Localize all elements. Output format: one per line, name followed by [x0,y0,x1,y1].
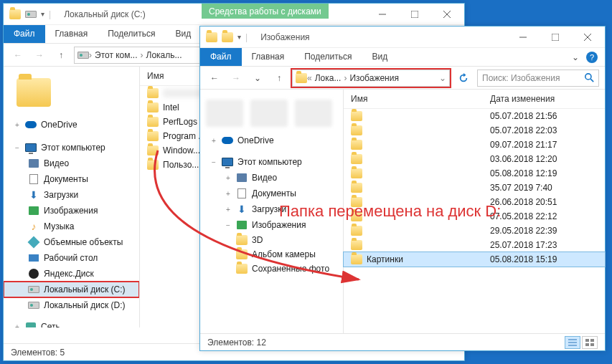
titlebar[interactable]: ▾ | Изобажения [200,27,605,48]
sidebar-item-3d-objects[interactable]: Объемные объекты [4,234,139,250]
maximize-button[interactable] [398,4,430,25]
address-bar[interactable]: « Лока... › Изобажения ⌄ [292,70,450,87]
recent-locations-button[interactable]: ⌄ [249,70,266,87]
list-item[interactable]: 07.05.2018 22:12 [344,209,605,224]
titlebar[interactable]: ▾ | Локальный диск (C:) Средства работы … [4,4,464,25]
sidebar-item-this-pc[interactable]: −Этот компьютер [4,140,139,155]
music-icon: ♪ [28,221,39,232]
tab-view[interactable]: Вид [362,48,397,66]
context-tab[interactable]: Средства работы с дисками [202,4,329,19]
list-item[interactable]: 03.06.2018 12:20 [344,152,605,166]
folder-icon [236,249,248,259]
ribbon-expand-icon[interactable]: ⌄ [572,52,579,62]
sidebar-item-pictures[interactable]: Изображения [4,203,139,219]
sidebar-label: Рабочий стол [44,253,98,263]
sidebar-item-saved-pictures[interactable]: Сохраненные фото [200,262,343,276]
item-date: 05.07.2018 21:56 [490,111,598,121]
minimize-button[interactable] [366,4,398,25]
sidebar-item-onedrive[interactable]: +OneDrive [200,133,343,148]
refresh-icon[interactable] [458,73,469,83]
breadcrumb[interactable]: Локаль... [143,50,185,60]
sidebar-item-downloads[interactable]: ⬇Загрузки [4,187,139,203]
sidebar-label: Документы [44,174,88,184]
sidebar-label: Видео [252,173,277,183]
list-item[interactable]: 35.07 2019 7:40 [344,181,605,195]
sidebar-item-this-pc[interactable]: −Этот компьютер [200,154,343,170]
address-dropdown-icon[interactable]: ⌄ [439,73,446,83]
window-title: Изобажения [260,32,309,42]
sidebar-item-onedrive[interactable]: +OneDrive [4,117,139,133]
back-button[interactable]: ← [206,70,223,87]
sidebar-item-pictures[interactable]: −Изображения [200,217,343,233]
tab-file[interactable]: Файл [4,25,45,43]
search-input[interactable]: Поиск: Изобажения [477,70,599,87]
list-item[interactable]: 09.07.2018 21:17 [344,138,605,152]
sidebar-label: Этот компьютер [41,143,105,153]
sidebar-item-drive-d[interactable]: Локальный диск (D:) [4,297,139,313]
tab-home[interactable]: Главная [242,48,295,66]
list-item[interactable]: 26.06.2018 20:51 [344,195,605,209]
breadcrumb[interactable]: Этот ком... [92,50,141,60]
item-date: 05.08.2018 12:19 [490,168,598,178]
download-icon: ⬇ [28,189,39,201]
quick-access-thumb[interactable] [295,100,332,127]
column-header-name[interactable]: Имя [351,94,490,104]
sidebar-item-documents[interactable]: +Документы [200,186,343,201]
up-button[interactable]: ↑ [52,47,70,64]
sidebar-item-videos[interactable]: Видео [4,155,139,171]
pictures-icon [237,221,247,229]
list-item[interactable]: 05.07.2018 22:03 [344,123,605,138]
close-button[interactable] [571,27,603,48]
svg-rect-1 [411,11,418,18]
qat-dropdown-icon[interactable]: ▾ [237,33,241,41]
tab-file[interactable]: Файл [200,48,242,66]
list-item[interactable]: 05.08.2018 12:19 [344,166,605,181]
tab-share[interactable]: Поделиться [294,48,362,66]
breadcrumb[interactable]: Лока... [312,73,344,83]
list-item-selected[interactable]: Картинки 05.08.2018 15:19 [344,252,605,267]
forward-button[interactable]: → [227,70,245,87]
sidebar-item-drive-c[interactable]: Локальный диск (C:) [4,282,139,297]
svg-rect-5 [552,34,559,41]
tab-view[interactable]: Вид [165,25,201,43]
quick-access-icon[interactable] [17,78,51,107]
folder-icon [222,32,233,42]
sidebar-item-yandex-disk[interactable]: Яндекс.Диск [4,266,139,282]
item-date: 05.07.2018 22:03 [490,125,598,135]
sidebar-item-3d[interactable]: 3D [200,233,343,247]
qat-dropdown-icon[interactable]: ▾ [41,10,44,18]
maximize-button[interactable] [539,27,571,48]
sidebar-item-videos[interactable]: +Видео [200,170,343,186]
sidebar-label: Видео [44,158,69,168]
quick-access-thumb[interactable] [206,100,243,127]
sidebar-item-documents[interactable]: Документы [4,171,139,187]
sidebar-item-camera-roll[interactable]: Альбом камеры [200,247,343,262]
sidebar-item-downloads[interactable]: +⬇Загрузки [200,201,343,217]
column-header-date[interactable]: Дата изменения [490,94,598,104]
back-button[interactable]: ← [9,47,27,64]
drive-icon [28,286,39,293]
up-button[interactable]: ↑ [270,70,288,87]
list-item[interactable]: 05.07.2018 21:56 [344,109,605,123]
sidebar-label: Загрузки [252,204,286,214]
help-icon[interactable]: ? [586,52,598,63]
breadcrumb[interactable]: Изобажения [347,73,401,83]
sidebar-item-music[interactable]: ♪Музыка [4,219,139,234]
folder-icon [147,131,159,141]
list-item[interactable]: 25.07.2018 17:23 [344,238,605,252]
tab-home[interactable]: Главная [45,25,98,43]
quick-access-thumb[interactable] [250,100,288,127]
sidebar-item-desktop[interactable]: Рабочий стол [4,250,139,266]
view-details-button[interactable] [565,336,580,349]
sidebar-label: Яндекс.Диск [44,269,94,279]
content-pane[interactable]: Имя Дата изменения 05.07.2018 21:5605.07… [344,90,605,335]
minimize-button[interactable] [507,27,539,48]
sidebar-item-network[interactable]: +Сеть [4,319,139,327]
close-button[interactable] [430,4,463,25]
view-thumbnails-button[interactable] [582,336,598,349]
svg-rect-16 [590,343,594,346]
forward-button[interactable]: → [31,47,48,64]
list-item[interactable]: 29.05.2018 22:39 [344,224,605,238]
tab-share[interactable]: Поделиться [98,25,165,43]
sidebar-label: Альбом камеры [252,249,316,259]
